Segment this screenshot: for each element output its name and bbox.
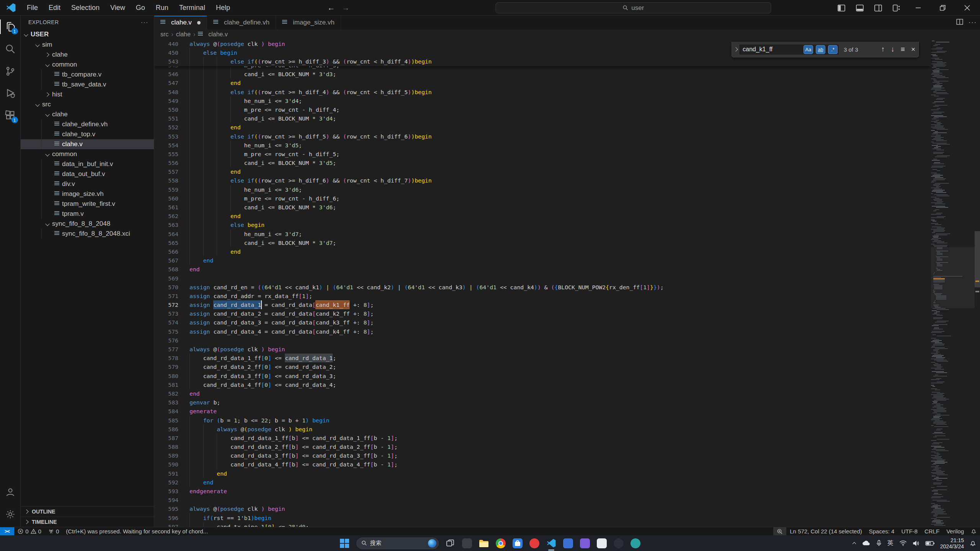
taskbar-app-ms-store[interactable] <box>513 538 523 548</box>
language-mode-status[interactable]: Verilog <box>943 527 967 536</box>
close-find-icon[interactable]: × <box>911 45 915 54</box>
toggle-secondary-sidebar-icon[interactable] <box>871 0 886 16</box>
search-view-icon[interactable] <box>0 38 21 60</box>
tab-clahe.v[interactable]: clahe.v <box>154 16 207 29</box>
taskbar-app-widgets-app[interactable] <box>462 538 472 548</box>
code-line[interactable]: 574assign cand_rd_data_3 = cand_rd_data[… <box>154 318 931 327</box>
microphone-icon[interactable] <box>876 540 882 547</box>
code-line[interactable]: 575assign cand_rd_data_4 = cand_rd_data[… <box>154 327 931 336</box>
restore-button[interactable] <box>932 0 953 16</box>
breadcrumb[interactable]: src›clahe›clahe.v <box>154 29 980 39</box>
menu-edit[interactable]: Edit <box>43 0 66 16</box>
code-line[interactable]: 566 end <box>154 247 931 256</box>
toggle-sidebar-icon[interactable] <box>834 0 849 16</box>
task-view-button[interactable] <box>445 538 456 548</box>
code-line[interactable]: 550 m_pre <= row_cnt - h_diff_4; <box>154 105 931 114</box>
code-line[interactable]: 563 else begin <box>154 220 931 229</box>
code-area[interactable]: 545 m_pre <= row_cnt - h_diff_3;546 cand… <box>154 39 931 527</box>
cursor-position-status[interactable]: Ln 572, Col 22 (14 selected) <box>786 527 865 536</box>
editor-more-actions-icon[interactable]: ··· <box>969 19 977 26</box>
code-line[interactable]: 581 cand_rd_data_4_ff[0] <= cand_rd_data… <box>154 380 931 389</box>
ports-status[interactable]: 0 <box>45 527 62 536</box>
ime-language-indicator[interactable]: 英 <box>887 539 893 547</box>
code-line[interactable]: 549 he_num_i <= 3'd4; <box>154 96 931 105</box>
code-line[interactable]: 564 he_num_i <= 3'd7; <box>154 230 931 238</box>
menu-terminal[interactable]: Terminal <box>174 0 211 16</box>
extensions-icon[interactable]: 1 <box>0 104 21 127</box>
match-case-toggle[interactable]: Aa <box>804 45 813 54</box>
code-line[interactable]: 551 cand_i <= BLOCK_NUM * 3'd4; <box>154 114 931 123</box>
code-line[interactable]: 594 <box>154 496 931 504</box>
onedrive-cloud-icon[interactable] <box>862 540 871 546</box>
tree-folder-src[interactable]: src <box>21 99 154 109</box>
split-editor-icon[interactable] <box>956 18 963 27</box>
code-line[interactable]: 559 he_num_i <= 3'd6; <box>154 185 931 194</box>
taskbar-search[interactable]: 搜索 <box>356 538 439 549</box>
toggle-panel-icon[interactable] <box>852 0 867 16</box>
start-button[interactable] <box>340 538 350 548</box>
tab-image_size.vh[interactable]: image_size.vh <box>276 16 341 29</box>
code-line[interactable]: 590 cand_rd_data_4_ff[b] <= cand_rd_data… <box>154 460 931 469</box>
accounts-icon[interactable] <box>0 481 21 503</box>
taskbar-app-file-explorer[interactable] <box>479 538 489 548</box>
source-control-icon[interactable] <box>0 60 21 82</box>
tree-file-clahe_top.v[interactable]: clahe_top.v <box>21 129 154 139</box>
menu-go[interactable]: Go <box>131 0 150 16</box>
code-line[interactable]: 583genvar b; <box>154 398 931 407</box>
taskbar-app-red-app[interactable] <box>529 538 540 548</box>
taskbar-app-dark-circle-app[interactable] <box>614 538 624 548</box>
notification-bell-icon[interactable] <box>970 540 976 546</box>
command-center-search[interactable]: user <box>495 2 771 13</box>
code-line[interactable]: 548 else if((row_cnt >= h_diff_4) && (ro… <box>154 88 931 96</box>
tree-file-div.v[interactable]: div.v <box>21 179 154 189</box>
code-line[interactable]: 577always @(posedge clk ) begin <box>154 345 931 354</box>
code-line[interactable]: 567 end <box>154 256 931 265</box>
code-line[interactable]: 555 m_pre <= row_cnt - h_diff_5; <box>154 150 931 158</box>
tree-folder-sim[interactable]: sim <box>21 40 154 50</box>
code-line[interactable]: 586 always @(posedge clk ) begin <box>154 425 931 434</box>
code-line[interactable]: 543 else if((row_cnt >= h_diff_3) && (ro… <box>154 57 931 66</box>
code-line[interactable]: 552 end <box>154 123 931 132</box>
code-line[interactable]: 584generate <box>154 407 931 416</box>
tree-folder-common[interactable]: common <box>21 60 154 70</box>
code-line[interactable]: 547 end <box>154 78 931 87</box>
code-line[interactable]: 591 end <box>154 469 931 478</box>
code-line[interactable]: 570assign cand_rd_en = ((64'd1 << cand_k… <box>154 283 931 292</box>
code-line[interactable]: 580 cand_rd_data_3_ff[0] <= cand_rd_data… <box>154 372 931 380</box>
code-line[interactable]: 597 cand_tx_pipe_1[0] <= 28'd0; <box>154 522 931 527</box>
code-line[interactable]: 573assign cand_rd_data_2 = cand_rd_data[… <box>154 309 931 318</box>
taskbar-app-teal-app[interactable] <box>630 538 641 548</box>
breadcrumb-item[interactable]: src <box>160 31 168 38</box>
regex-toggle[interactable]: .* <box>828 45 838 54</box>
code-line[interactable]: 558 else if((row_cnt >= h_diff_6) && (ro… <box>154 176 931 185</box>
code-line[interactable]: 554 he_num_i <= 3'd5; <box>154 141 931 150</box>
tree-file-tb_save_data.v[interactable]: tb_save_data.v <box>21 80 154 90</box>
code-line[interactable]: 565 cand_i <= BLOCK_NUM * 3'd7; <box>154 238 931 247</box>
back-button[interactable]: ← <box>327 3 335 12</box>
code-line[interactable]: 560 m_pre <= row_cnt - h_diff_6; <box>154 194 931 203</box>
workspace-section-header[interactable]: USER <box>21 29 154 40</box>
explorer-icon[interactable]: 1 <box>0 16 21 38</box>
forward-button[interactable]: → <box>342 3 350 12</box>
code-line[interactable]: 589 cand_rd_data_3_ff[b] <= cand_rd_data… <box>154 451 931 460</box>
code-line[interactable]: 596 if(rst == 1'b1)begin <box>154 514 931 522</box>
tree-file-sync_fifo_8_8_2048.xci[interactable]: sync_fifo_8_8_2048.xci <box>21 229 154 239</box>
indentation-status[interactable]: Spaces: 4 <box>866 527 898 536</box>
tree-file-image_size.vh[interactable]: image_size.vh <box>21 189 154 199</box>
code-line[interactable]: 587 cand_rd_data_1_ff[b] <= cand_rd_data… <box>154 434 931 442</box>
tree-file-tpram.v[interactable]: tpram.v <box>21 209 154 219</box>
minimize-button[interactable] <box>907 0 929 16</box>
code-line[interactable]: 593endgenerate <box>154 487 931 496</box>
code-line[interactable]: 557 end <box>154 167 931 176</box>
code-line[interactable]: 588 cand_rd_data_2_ff[b] <= cand_rd_data… <box>154 442 931 451</box>
next-match-icon[interactable]: ↓ <box>891 45 895 54</box>
problems-status[interactable]: 0 0 <box>14 527 45 536</box>
explorer-more-actions-icon[interactable]: ··· <box>141 19 149 25</box>
menu-help[interactable]: Help <box>211 0 235 16</box>
code-line[interactable]: 585 for (b = 1; b <= 22; b = b + 1) begi… <box>154 416 931 425</box>
minimap[interactable] <box>931 39 975 527</box>
find-input[interactable]: cand_k1_ff Aa ab .* <box>739 44 839 55</box>
code-line[interactable]: 578 cand_rd_data_1_ff[0] <= cand_rd_data… <box>154 354 931 362</box>
clock[interactable]: 21:15 2024/3/24 <box>940 537 964 549</box>
code-line[interactable]: 582end <box>154 389 931 398</box>
